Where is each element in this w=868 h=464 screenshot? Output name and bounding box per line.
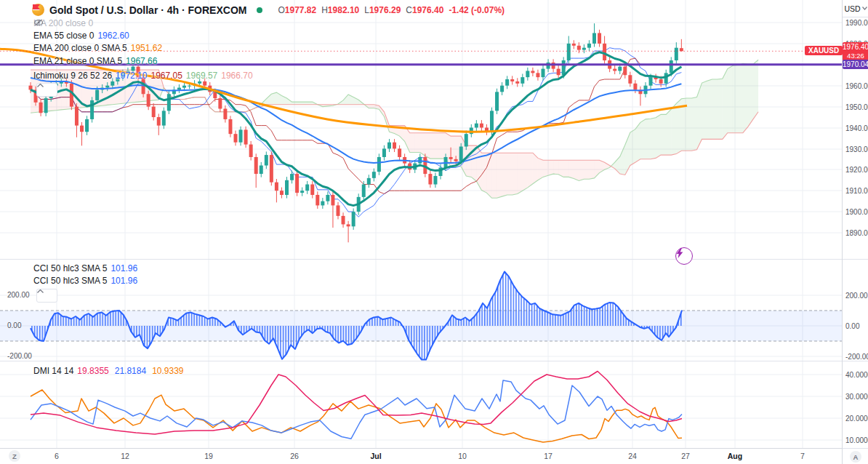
indicator-value: 1951.62 (131, 43, 162, 53)
dmi-tick-label: 40.0000 (845, 371, 868, 379)
last-price-label: 1976.40 43:26 (843, 42, 868, 61)
indicator-legend-row[interactable]: Ichimoku 9 26 52 261972.101967.051969.57… (33, 71, 253, 81)
price-tick-label: 1990.00 (845, 19, 868, 27)
dmi-tick-label: 20.0000 (845, 415, 868, 423)
time-tick-label: 27 (681, 452, 690, 460)
indicator-value: 1969.57 (186, 71, 217, 81)
timezone-button[interactable]: Z (9, 450, 20, 462)
indicator-name: Ichimoku 9 26 52 26 (33, 71, 112, 81)
price-tick-label: 1900.00 (845, 208, 868, 216)
currency-dropdown[interactable]: USD (843, 0, 868, 17)
chart-column: Gold Spot / U.S. Dollar · 4h · FOREXCOM … (0, 0, 842, 464)
indicator-legend-row[interactable]: MA 200 close 0 (33, 18, 97, 28)
dmi-legend-name: DMI 14 14 (33, 366, 73, 376)
tradingview-chart-app: Gold Spot / U.S. Dollar · 4h · FOREXCOM … (0, 0, 868, 464)
indicator-name: EMA 21 close 0 SMA 5 (33, 56, 122, 66)
indicator-value: 1967.66 (126, 56, 157, 66)
indicator-value: 1966.70 (221, 71, 252, 81)
indicator-value: 1972.10 (116, 71, 147, 81)
lightning-icon (676, 248, 683, 258)
dmi-tick-label: 30.0000 (845, 393, 868, 401)
cci-indicator-pane[interactable]: CCI 50 hlc3 SMA 5101.96CCI 50 hlc3 SMA 5… (0, 260, 842, 361)
axis-separator (843, 361, 868, 361)
time-tick-label: 17 (544, 452, 552, 460)
dmi-legend-values: 19.835521.818410.9339 (77, 366, 183, 376)
open-value: 1977.82 (285, 5, 316, 15)
dmi-tick-label: 10.0000 (845, 436, 868, 444)
indicator-legend-row[interactable]: EMA 200 close 0 SMA 51951.62 (33, 43, 162, 53)
dmi-indicator-value: 10.9339 (152, 366, 183, 376)
cci-indicator-value: 101.96 (110, 276, 137, 286)
time-tick-label: 12 (121, 452, 129, 460)
high-value: 1982.10 (328, 5, 359, 15)
last-price-value: 1976.40 (843, 43, 868, 52)
cci-indicator-name: CCI 50 hlc3 SMA 5 (33, 276, 107, 286)
market-status-dot[interactable] (257, 7, 262, 13)
price-tick-label: 1910.00 (845, 187, 868, 195)
cci-indicator-value: 101.96 (110, 263, 137, 273)
cci-tick-label: -200.00 (845, 353, 868, 361)
time-tick-label: Jul (370, 452, 381, 460)
time-tick-label: 7 (800, 452, 805, 460)
time-tick-label: Aug (728, 452, 742, 460)
purple-line-price-label: 1970.04 (843, 60, 868, 69)
dmi-indicator-value: 19.8355 (77, 366, 108, 376)
dmi-indicator-value: 21.8184 (115, 366, 146, 376)
main-pane-collapse-button[interactable] (36, 83, 57, 97)
cci-left-scale-label: 200.00 (7, 291, 30, 299)
cci-pane-collapse-button[interactable] (36, 289, 57, 303)
main-price-pane[interactable]: Gold Spot / U.S. Dollar · 4h · FOREXCOM … (0, 0, 842, 259)
low-value: 1976.29 (369, 5, 401, 15)
dmi-legend-row[interactable]: DMI 14 14 19.835521.818410.9339 (33, 366, 184, 376)
price-tick-label: 1960.00 (845, 82, 868, 90)
time-tick-label: 19 (204, 452, 213, 460)
time-tick-label: 24 (628, 452, 637, 460)
price-tick-label: 1920.00 (845, 166, 868, 174)
adjust-scale-button[interactable]: A (850, 451, 861, 463)
change-value: -1.42 (-0.07%) (449, 5, 505, 15)
symbol-header[interactable]: Gold Spot / U.S. Dollar · 4h · FOREXCOM … (32, 4, 505, 16)
dmi-indicator-pane[interactable]: DMI 14 14 19.835521.818410.9339 (0, 361, 842, 448)
close-value: 1976.40 (412, 5, 443, 15)
currency-label: USD (844, 4, 860, 13)
symbol-price-tag: XAUUSD (805, 46, 843, 55)
indicator-value: 1962.60 (97, 31, 129, 41)
time-tick-label: 26 (290, 452, 299, 460)
cci-left-scale-label: -200.00 (7, 352, 32, 360)
price-tick-label: 1930.00 (845, 145, 868, 153)
price-axis-column[interactable]: USD 1990.001980.001960.001950.001940.001… (842, 0, 868, 464)
axis-separator (843, 259, 868, 260)
cci-legend-row[interactable]: CCI 50 hlc3 SMA 5101.96 (33, 276, 137, 286)
cci-indicator-name: CCI 50 hlc3 SMA 5 (33, 263, 107, 273)
indicator-value: 1967.05 (150, 71, 182, 81)
instant-trade-lightning-button[interactable] (675, 247, 693, 265)
indicator-name: EMA 55 close 0 (33, 31, 94, 41)
cci-tick-label: 0.00 (845, 322, 859, 330)
ohlc-readout: O1977.82 H1982.10 L1976.29 C1976.40 -1.4… (278, 5, 505, 15)
chevron-down-icon (862, 7, 867, 10)
indicator-legend-row[interactable]: EMA 55 close 01962.60 (33, 31, 129, 41)
indicator-legend-row[interactable]: EMA 21 close 0 SMA 51967.66 (33, 56, 157, 66)
cci-left-scale-label: 0.00 (7, 321, 21, 329)
price-tick-label: 1950.00 (845, 103, 868, 111)
axis-separator (843, 448, 868, 449)
time-axis[interactable]: Z 6121926Jul10172427Aug7 (0, 448, 842, 463)
indicator-name: EMA 200 close 0 SMA 5 (33, 43, 127, 53)
cci-legend-row[interactable]: CCI 50 hlc3 SMA 5101.96 (33, 263, 137, 273)
price-tick-label: 1940.00 (845, 124, 868, 132)
time-tick-label: 6 (55, 452, 59, 460)
cci-tick-label: 200.00 (845, 292, 868, 300)
symbol-title[interactable]: Gold Spot / U.S. Dollar · 4h · FOREXCOM (49, 4, 246, 16)
cci-chart-canvas[interactable] (0, 260, 842, 361)
price-tick-label: 1890.00 (845, 229, 868, 237)
time-tick-label: 10 (458, 452, 467, 460)
